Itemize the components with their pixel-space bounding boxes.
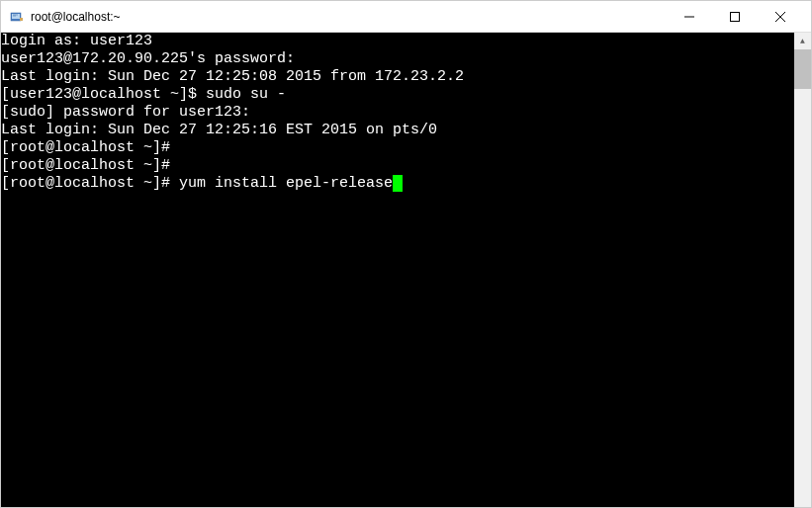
terminal-line: Last login: Sun Dec 27 12:25:16 EST 2015… <box>1 122 811 139</box>
close-button[interactable] <box>758 2 803 32</box>
scrollbar[interactable]: ▲ <box>794 33 811 507</box>
terminal-line: user123@172.20.90.225's password: <box>1 50 811 68</box>
terminal-line: [root@localhost ~]# yum install epel-rel… <box>1 175 811 193</box>
scrollbar-up-arrow[interactable]: ▲ <box>794 33 811 49</box>
terminal-command-line: [root@localhost ~]# yum install epel-rel… <box>1 175 393 192</box>
putty-icon <box>9 9 25 25</box>
terminal-line: [root@localhost ~]# <box>1 139 811 157</box>
putty-window: root@localhost:~ login as: user123user12… <box>0 0 812 508</box>
window-title: root@localhost:~ <box>31 10 667 24</box>
svg-rect-6 <box>731 12 740 21</box>
terminal-area[interactable]: login as: user123user123@172.20.90.225's… <box>1 33 811 507</box>
terminal-line: [sudo] password for user123: <box>1 104 811 122</box>
terminal-content: login as: user123user123@172.20.90.225's… <box>1 33 811 193</box>
maximize-button[interactable] <box>712 2 758 32</box>
scrollbar-thumb[interactable] <box>794 49 811 89</box>
titlebar[interactable]: root@localhost:~ <box>1 1 811 33</box>
terminal-line: [root@localhost ~]# <box>1 157 811 175</box>
svg-rect-2 <box>20 18 23 21</box>
terminal-line: [user123@localhost ~]$ sudo su - <box>1 86 811 104</box>
terminal-cursor <box>393 175 403 192</box>
terminal-line: login as: user123 <box>1 33 811 50</box>
terminal-line: Last login: Sun Dec 27 12:25:08 2015 fro… <box>1 68 811 86</box>
window-controls <box>667 2 803 32</box>
minimize-button[interactable] <box>667 2 712 32</box>
